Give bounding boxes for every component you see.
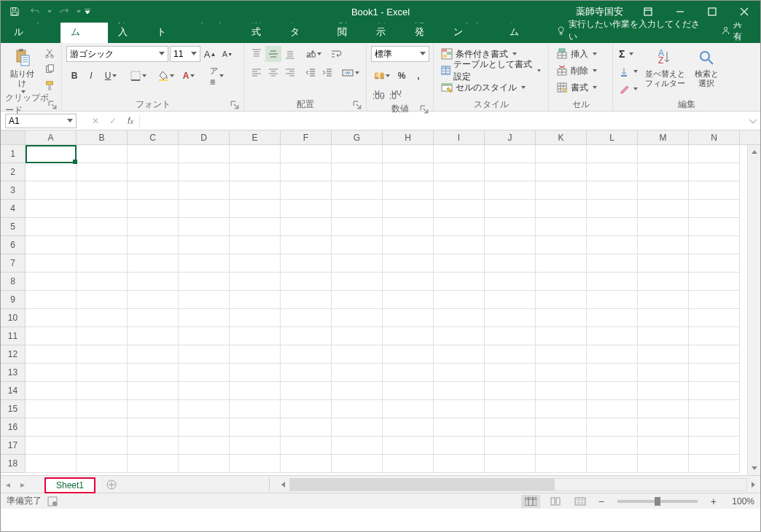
cell[interactable]: [128, 254, 179, 273]
cell[interactable]: [77, 418, 128, 437]
cell[interactable]: [434, 418, 485, 437]
cell[interactable]: [689, 455, 740, 473]
cell[interactable]: [587, 455, 638, 473]
column-header[interactable]: J: [485, 130, 536, 144]
horizontal-scrollbar[interactable]: [266, 478, 760, 491]
delete-cells-button[interactable]: 削除: [553, 63, 608, 79]
cell[interactable]: [383, 345, 434, 364]
expand-formula-bar[interactable]: [746, 118, 760, 124]
cell[interactable]: [434, 455, 485, 473]
sort-filter-button[interactable]: AZ 並べ替えと フィルター: [642, 46, 688, 90]
cell[interactable]: [689, 437, 740, 455]
cell[interactable]: [281, 309, 332, 327]
cell[interactable]: [128, 345, 179, 364]
cell[interactable]: [434, 218, 485, 236]
wrap-text-button[interactable]: [329, 46, 345, 62]
cell[interactable]: [179, 218, 230, 236]
italic-button[interactable]: I: [83, 68, 99, 84]
zoom-out-button[interactable]: −: [596, 496, 607, 507]
column-header[interactable]: D: [179, 130, 230, 144]
fill-button[interactable]: [617, 63, 639, 79]
row-header[interactable]: 14: [1, 382, 26, 400]
cell[interactable]: [638, 254, 689, 273]
cell[interactable]: [689, 291, 740, 309]
find-select-button[interactable]: 検索と 選択: [691, 46, 722, 90]
cell[interactable]: [485, 236, 536, 254]
row-header[interactable]: 6: [1, 236, 26, 254]
cell[interactable]: [383, 236, 434, 254]
accounting-format-button[interactable]: 💴: [371, 68, 393, 84]
user-name[interactable]: 薬師寺国安: [567, 5, 632, 18]
cell[interactable]: [332, 291, 383, 309]
cell[interactable]: [587, 327, 638, 345]
cell[interactable]: [434, 236, 485, 254]
scroll-right-button[interactable]: [747, 478, 760, 491]
cell[interactable]: [485, 181, 536, 200]
page-layout-view-button[interactable]: [546, 495, 565, 508]
cell[interactable]: [332, 418, 383, 437]
cell[interactable]: [434, 437, 485, 455]
cell[interactable]: [536, 181, 587, 200]
cell[interactable]: [230, 254, 281, 273]
tab-nav-prev[interactable]: ◂: [1, 480, 15, 490]
cell[interactable]: [230, 382, 281, 400]
cell[interactable]: [536, 455, 587, 473]
cell[interactable]: [332, 382, 383, 400]
cell[interactable]: [26, 145, 77, 163]
cell[interactable]: [587, 273, 638, 291]
cell[interactable]: [332, 200, 383, 218]
cell[interactable]: [77, 163, 128, 181]
cell[interactable]: [383, 364, 434, 382]
normal-view-button[interactable]: [521, 495, 540, 508]
cell[interactable]: [383, 200, 434, 218]
column-header[interactable]: I: [434, 130, 485, 144]
cell[interactable]: [230, 236, 281, 254]
cell[interactable]: [536, 236, 587, 254]
cell[interactable]: [179, 455, 230, 473]
cell[interactable]: [179, 327, 230, 345]
cell[interactable]: [26, 364, 77, 382]
cell[interactable]: [434, 364, 485, 382]
cell[interactable]: [383, 218, 434, 236]
row-header[interactable]: 18: [1, 455, 26, 473]
cell[interactable]: [128, 291, 179, 309]
cell[interactable]: [434, 200, 485, 218]
cell[interactable]: [332, 400, 383, 418]
insert-cells-button[interactable]: 挿入: [553, 46, 608, 62]
grid[interactable]: 123456789101112131415161718: [1, 145, 760, 473]
row-header[interactable]: 16: [1, 418, 26, 437]
cell[interactable]: [587, 291, 638, 309]
scroll-left-button[interactable]: [276, 478, 289, 491]
cell[interactable]: [332, 181, 383, 200]
cell[interactable]: [332, 273, 383, 291]
cell[interactable]: [26, 345, 77, 364]
cell[interactable]: [77, 218, 128, 236]
sheet-tab[interactable]: Sheet1: [44, 477, 95, 493]
cell[interactable]: [434, 273, 485, 291]
zoom-in-button[interactable]: +: [708, 496, 719, 507]
cell[interactable]: [587, 345, 638, 364]
cell[interactable]: [536, 400, 587, 418]
cell[interactable]: [689, 382, 740, 400]
cell[interactable]: [332, 309, 383, 327]
cell[interactable]: [638, 327, 689, 345]
increase-font-button[interactable]: A▲: [202, 46, 218, 62]
cell[interactable]: [638, 364, 689, 382]
cell[interactable]: [77, 400, 128, 418]
column-header[interactable]: B: [77, 130, 128, 144]
cell[interactable]: [383, 254, 434, 273]
cell[interactable]: [281, 273, 332, 291]
cell[interactable]: [638, 309, 689, 327]
cell[interactable]: [638, 200, 689, 218]
cell[interactable]: [230, 437, 281, 455]
cell[interactable]: [485, 327, 536, 345]
cell[interactable]: [383, 327, 434, 345]
scroll-up-button[interactable]: [748, 145, 760, 158]
cell[interactable]: [587, 145, 638, 163]
underline-button[interactable]: U: [100, 68, 122, 84]
align-top-button[interactable]: [249, 46, 265, 62]
cell[interactable]: [587, 163, 638, 181]
cell[interactable]: [128, 400, 179, 418]
cell[interactable]: [281, 218, 332, 236]
align-center-button[interactable]: [265, 65, 281, 81]
